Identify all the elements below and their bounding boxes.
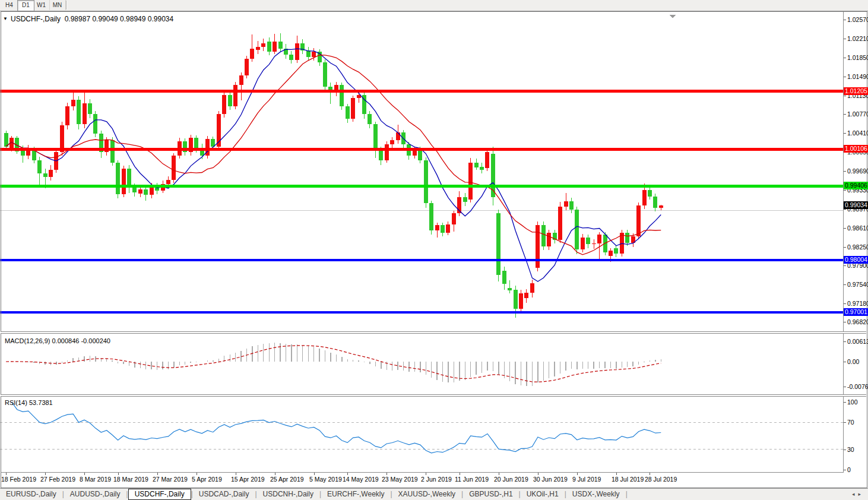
candle-body (435, 225, 439, 230)
candle-body (222, 95, 226, 115)
date-tick (347, 473, 348, 475)
symbol-tab-eurchf[interactable]: EURCHF-,Weekly (321, 489, 390, 500)
candle-body (368, 114, 372, 124)
symbol-tab-gbpusd[interactable]: GBPUSD-,H1 (463, 489, 518, 500)
candle-body (340, 85, 344, 106)
symbol-tab-audusd[interactable]: AUDUSD-,Daily (64, 489, 126, 500)
candle-body (379, 150, 383, 160)
candle-body (418, 150, 422, 160)
price-badge-current-price: 0.99034 (844, 201, 868, 209)
chart-dropdown-icon[interactable]: ▼ (3, 16, 8, 21)
date-axis-label: 25 Apr 2019 (270, 476, 304, 483)
macd-signal-line (6, 346, 661, 382)
rsi-axis-label: 0 (847, 466, 851, 473)
candle-body (597, 235, 601, 243)
candle-body (278, 42, 283, 49)
candle-body (77, 100, 81, 125)
candle-body (250, 49, 254, 59)
price-badge-support-line: 0.99406 (844, 182, 868, 189)
candle-body (351, 98, 355, 119)
price-badge-support-line: 0.98004 (844, 256, 868, 264)
macd-axis-label: 0.00 (847, 358, 859, 365)
axis-tick (844, 114, 846, 115)
date-tick (6, 473, 7, 475)
candle-body (474, 163, 479, 167)
candle-body (323, 62, 327, 87)
symbol-tab-usdx[interactable]: USDX-,Weekly (566, 489, 626, 500)
date-axis-label: 18 Jul 2019 (612, 476, 644, 483)
candle-body (289, 55, 293, 60)
macd-main-value: 0.000846 (52, 337, 79, 344)
date-tick (538, 473, 538, 475)
date-axis-label: 11 Jun 2019 (455, 476, 489, 483)
candle-body (441, 225, 445, 232)
candle-body (429, 203, 433, 230)
candle-body (468, 163, 473, 200)
symbol-tab-usdchf[interactable]: USDCHF-,Daily (128, 489, 191, 500)
price-axis-label: 0.99690 (847, 167, 868, 175)
candle-body (261, 43, 265, 47)
date-tick (157, 473, 158, 475)
axis-tick (844, 209, 846, 210)
axis-tick (844, 450, 846, 450)
axis-tick (844, 322, 846, 322)
price-axis-label: 0.96820 (847, 318, 868, 325)
date-tick (577, 473, 578, 475)
price-axis-label: 1.00410 (847, 129, 868, 137)
date-axis-label: 30 Jun 2019 (533, 476, 568, 483)
tab-scroll-right-icon[interactable]: ▸ (858, 491, 864, 497)
price-badge-support-line: 0.97001 (844, 308, 868, 316)
axis-tick (844, 58, 846, 58)
candle-body (424, 160, 428, 204)
rsi-indicator-label: RSI(14) 53.7381 (5, 399, 53, 406)
axis-tick (844, 422, 846, 423)
date-axis-label: 9 Jul 2019 (572, 476, 601, 483)
trading-terminal-window: H4D1W1MN ▼ USDCHF-,Daily 0.98987 0.99049… (0, 0, 868, 500)
symbol-tab-ukoil[interactable]: UKOil-,H1 (521, 489, 565, 500)
price-axis-border (843, 12, 844, 473)
candle-body (138, 189, 142, 194)
date-tick (118, 473, 119, 475)
candle-body (636, 205, 641, 236)
candle-body (83, 103, 87, 124)
candle-body (496, 213, 500, 275)
date-axis-label: 14 May 2019 (343, 476, 379, 483)
axis-tick (844, 77, 846, 77)
chart-canvas[interactable] (0, 0, 868, 488)
date-tick (426, 473, 426, 475)
symbol-tab-xauusd[interactable]: XAUUSD-,Weekly (392, 489, 461, 500)
candle-body (110, 140, 115, 163)
macd-pane-splitter[interactable] (1, 331, 866, 334)
candle-body (536, 225, 540, 268)
candle-body (267, 42, 271, 52)
date-axis-label: 8 Mar 2019 (80, 476, 111, 483)
rsi-name: RSI(14) (5, 399, 27, 406)
date-tick (84, 473, 85, 475)
candle-body (653, 197, 657, 208)
date-tick (460, 473, 460, 475)
date-tick (616, 473, 617, 475)
tab-scroll-left-icon[interactable]: ◂ (852, 491, 859, 497)
candle-body (150, 186, 154, 195)
symbol-tab-eurusd[interactable]: EURUSD-,Daily (0, 489, 62, 500)
ma-fast-line (6, 49, 661, 281)
candle-body (609, 251, 613, 256)
candle-body (49, 170, 53, 177)
rsi-pane-splitter[interactable] (1, 394, 866, 397)
price-axis-label: 1.01490 (847, 73, 868, 80)
chart-symbol-label: USDCHF-,Daily (11, 15, 61, 23)
rsi-value: 53.7381 (29, 399, 53, 406)
candle-body (614, 248, 618, 254)
date-tick (275, 473, 275, 475)
candle-body (541, 225, 546, 246)
symbol-tab-usdcad[interactable]: USDCAD-,Daily (193, 489, 255, 500)
tab-scroll-arrows[interactable]: ◂▸ (852, 491, 864, 497)
candle-body (569, 201, 574, 210)
candle-body (463, 197, 467, 202)
date-axis-label: 27 Feb 2019 (40, 476, 75, 483)
axis-tick (844, 20, 846, 20)
symbol-tab-usdcnh[interactable]: USDCNH-,Daily (257, 489, 319, 500)
date-tick (387, 473, 387, 475)
candle-body (396, 132, 400, 140)
candle-body (116, 163, 120, 194)
